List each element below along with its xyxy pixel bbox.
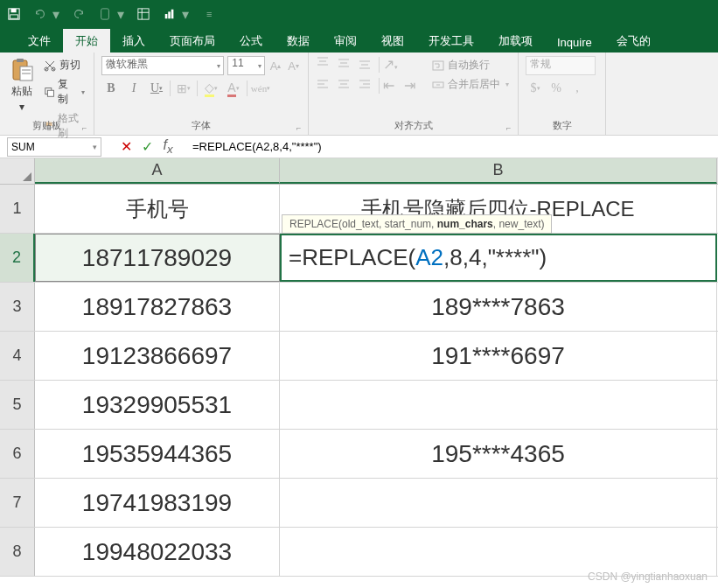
tab-developer[interactable]: 开发工具 (416, 29, 486, 52)
select-all-corner[interactable] (0, 158, 35, 184)
svg-rect-39 (433, 61, 443, 70)
bold-button[interactable]: B (101, 79, 121, 98)
tab-inquire[interactable]: Inquire (545, 32, 604, 52)
cancel-button[interactable]: ✕ (115, 137, 136, 157)
tab-addins[interactable]: 加载项 (486, 29, 545, 52)
cell-a4[interactable]: 19123866697 (35, 332, 280, 380)
cell-a3[interactable]: 18917827863 (35, 283, 280, 331)
svg-rect-7 (165, 14, 168, 18)
cell-b6[interactable]: 195****4365 (280, 430, 717, 478)
row-header-8[interactable]: 8 (0, 528, 35, 576)
decrease-indent-icon[interactable]: ⇤ (383, 77, 401, 94)
font-group: 微软雅黑▾ 11▾ A▴ A▾ B I U▾ ⊞▾ ◇▾ A▾ wén▾ 字体 … (94, 52, 309, 135)
row-header-6[interactable]: 6 (0, 430, 35, 478)
font-label: 字体 (94, 119, 308, 132)
svg-rect-1 (11, 9, 17, 12)
wrap-text-button[interactable]: 自动换行 (430, 56, 511, 74)
comma-format-icon[interactable]: , (568, 79, 587, 98)
cell-b4[interactable]: 191****6697 (280, 332, 717, 380)
fill-color-button[interactable]: ◇▾ (201, 79, 220, 98)
table-row: 6 19535944365 195****4365 (0, 430, 718, 479)
formula-input[interactable] (189, 137, 718, 157)
tab-view[interactable]: 视图 (369, 29, 416, 52)
chevron-down-icon[interactable]: ▾ (117, 6, 124, 23)
cell-a6[interactable]: 19535944365 (35, 430, 280, 478)
cell-a1[interactable]: 手机号 (35, 185, 280, 233)
row-header-7[interactable]: 7 (0, 479, 35, 527)
table-row: 4 19123866697 191****6697 (0, 332, 718, 381)
tab-data[interactable]: 数据 (275, 29, 322, 52)
cell-a7[interactable]: 19741983199 (35, 479, 280, 527)
phonetic-button[interactable]: wén▾ (251, 79, 270, 98)
insert-function-button[interactable]: fx (157, 137, 178, 157)
font-color-button[interactable]: A▾ (224, 79, 243, 98)
font-size-combo[interactable]: 11▾ (227, 56, 264, 75)
cell-b3[interactable]: 189****7863 (280, 283, 717, 331)
dialog-launcher-icon[interactable]: ⌐ (82, 123, 91, 132)
chevron-down-icon[interactable]: ▾ (182, 6, 189, 23)
number-group: 常规 $▾ % , 数字 (519, 52, 606, 135)
align-right-icon[interactable] (358, 77, 375, 94)
tab-home[interactable]: 开始 (63, 29, 110, 52)
row-header-5[interactable]: 5 (0, 381, 35, 429)
save-icon[interactable] (7, 7, 21, 21)
chart-icon[interactable] (163, 7, 177, 21)
cell-b5[interactable] (280, 381, 717, 429)
italic-button[interactable]: I (124, 79, 143, 98)
tab-file[interactable]: 文件 (16, 29, 63, 52)
decrease-font-icon[interactable]: A▾ (286, 57, 301, 74)
cell-b8[interactable] (280, 528, 717, 576)
col-header-a[interactable]: A (35, 158, 280, 184)
underline-button[interactable]: U▾ (147, 79, 166, 98)
tab-custom[interactable]: 会飞的 (604, 29, 663, 52)
tab-review[interactable]: 审阅 (322, 29, 369, 52)
number-label: 数字 (519, 119, 605, 132)
align-left-icon[interactable] (316, 77, 333, 94)
copy-button[interactable]: 复制▾ (42, 75, 87, 108)
tab-insert[interactable]: 插入 (110, 29, 157, 52)
cell-a8[interactable]: 19948022033 (35, 528, 280, 576)
percent-format-icon[interactable]: % (547, 79, 566, 98)
touch-mode-icon[interactable] (98, 7, 112, 21)
align-top-icon[interactable] (316, 56, 333, 74)
increase-font-icon[interactable]: A▴ (268, 57, 283, 74)
enter-button[interactable]: ✓ (136, 137, 157, 157)
align-bottom-icon[interactable] (358, 56, 375, 74)
redo-icon[interactable] (72, 7, 86, 21)
cell-a5[interactable]: 19329905531 (35, 381, 280, 429)
table-row: 8 19948022033 (0, 528, 718, 577)
number-format-combo[interactable]: 常规 (526, 56, 596, 75)
row-header-1[interactable]: 1 (0, 185, 35, 233)
cell-b7[interactable] (280, 479, 717, 527)
orientation-icon[interactable]: ↗▾ (383, 56, 401, 74)
row-header-2[interactable]: 2 (0, 234, 35, 282)
svg-rect-18 (47, 90, 53, 96)
cut-button[interactable]: 剪切 (42, 56, 87, 74)
align-center-icon[interactable] (337, 77, 354, 94)
cell-a2[interactable]: 18711789029 (35, 234, 280, 282)
dialog-launcher-icon[interactable]: ⌐ (506, 123, 515, 132)
chevron-down-icon[interactable]: ▾ (52, 6, 59, 23)
pivot-table-icon[interactable] (136, 7, 150, 21)
chevron-down-icon[interactable]: ▾ (93, 143, 97, 151)
chevron-down-icon[interactable]: ▾ (19, 101, 24, 113)
merge-center-button[interactable]: 合并后居中▾ (430, 75, 511, 94)
qat-customize-icon[interactable]: ≡ (206, 9, 212, 19)
watermark: CSDN @yingtianhaoxuan (588, 570, 708, 583)
align-middle-icon[interactable] (337, 56, 354, 74)
dialog-launcher-icon[interactable]: ⌐ (296, 123, 305, 132)
tab-formulas[interactable]: 公式 (227, 29, 275, 52)
font-name-combo[interactable]: 微软雅黑▾ (101, 56, 224, 75)
ribbon: 粘贴 ▾ 剪切 复制▾ 格式刷 剪贴板 ⌐ 微软雅黑▾ 11▾ A▴ A▾ B … (0, 52, 718, 136)
table-row: 3 18917827863 189****7863 (0, 283, 718, 332)
tab-layout[interactable]: 页面布局 (157, 29, 227, 52)
accounting-format-icon[interactable]: $▾ (526, 79, 545, 98)
row-header-3[interactable]: 3 (0, 283, 35, 331)
increase-indent-icon[interactable]: ⇥ (404, 77, 422, 94)
col-header-b[interactable]: B (280, 158, 717, 184)
border-button[interactable]: ⊞▾ (174, 79, 193, 98)
cell-b2[interactable]: =REPLACE(A2,8,4,"****") (280, 234, 717, 282)
row-header-4[interactable]: 4 (0, 332, 35, 380)
function-tooltip: REPLACE(old_text, start_num, num_chars, … (282, 214, 552, 234)
undo-icon[interactable] (33, 7, 47, 21)
